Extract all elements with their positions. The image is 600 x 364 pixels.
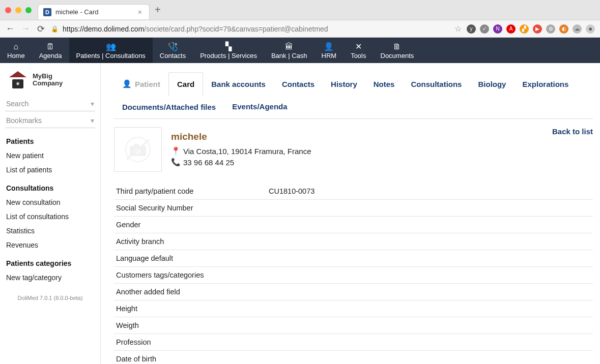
tab-contacts[interactable]: Contacts	[274, 73, 323, 96]
tab-consultations[interactable]: Consultations	[403, 73, 470, 96]
field-value	[267, 200, 593, 217]
table-row: Third party/patient codeCU1810-0073	[114, 183, 593, 200]
back-button[interactable]: ←	[5, 23, 15, 34]
field-value	[267, 300, 593, 317]
tab-history[interactable]: History	[323, 73, 365, 96]
tab-label: Patient	[135, 80, 160, 88]
patients-consultations-icon: 👥	[106, 43, 116, 51]
tab-card[interactable]: Card	[168, 72, 203, 96]
extension-icon[interactable]: N	[493, 24, 502, 34]
patient-name: michele	[171, 131, 543, 142]
appbar-item-label: Products | Services	[200, 52, 257, 59]
tab-biology[interactable]: Biology	[470, 73, 514, 96]
back-to-list-link[interactable]: Back to list	[552, 127, 593, 136]
app-top-menu: ⌂Home🗓Agenda👥Patients | Consultations🩺Co…	[0, 38, 600, 63]
tab-bank-accounts[interactable]: Bank accounts	[203, 73, 274, 96]
close-window-button[interactable]	[5, 7, 11, 13]
table-row: Gender	[114, 217, 593, 233]
company-logo[interactable]: ✶ MyBig Company	[4, 68, 96, 96]
chevron-down-icon: ▾	[91, 100, 94, 108]
field-label: Another added field	[114, 284, 267, 300]
tab-patient[interactable]: 👤Patient	[114, 72, 168, 96]
sidebar-link-new-patient[interactable]: New patient	[4, 148, 96, 163]
field-label: Social Security Number	[114, 200, 267, 217]
table-row: Date of birth	[114, 351, 593, 365]
patient-avatar-placeholder[interactable]	[114, 127, 162, 172]
new-tab-button[interactable]: +	[155, 4, 161, 16]
tools-icon: ✕	[355, 43, 362, 51]
search-dropdown[interactable]: Search ▾	[5, 97, 95, 111]
field-value	[267, 233, 593, 250]
patient-tabs: 👤PatientCardBank accountsContactsHistory…	[114, 72, 593, 119]
sidebar-link-new-tag-category[interactable]: New tag/category	[4, 270, 96, 285]
table-row: Customers tags/categories	[114, 267, 593, 284]
extension-icon[interactable]: ▶	[533, 24, 542, 34]
bank-cash-icon: 🏛	[285, 43, 293, 51]
table-row: Another added field	[114, 284, 593, 300]
field-value	[267, 317, 593, 334]
search-placeholder: Search	[6, 100, 28, 108]
bookmark-star-icon[interactable]: ☆	[454, 24, 462, 34]
extension-icon[interactable]: A	[506, 24, 516, 34]
extension-icon[interactable]: y	[467, 24, 476, 34]
contacts-icon: 🩺	[168, 43, 178, 51]
field-value	[267, 334, 593, 351]
appbar-item-contacts[interactable]: 🩺Contacts	[153, 38, 193, 63]
tab-explorations[interactable]: Explorations	[514, 73, 577, 96]
minimize-window-button[interactable]	[15, 7, 21, 13]
sidebar-link-list-of-consultations[interactable]: List of consultations	[4, 209, 96, 224]
appbar-item-documents[interactable]: 🗎Documents	[374, 38, 421, 63]
tab-notes[interactable]: Notes	[365, 73, 403, 96]
appbar-item-home[interactable]: ⌂Home	[0, 38, 32, 63]
field-label: Weigth	[114, 317, 267, 334]
appbar-item-bank-cash[interactable]: 🏛Bank | Cash	[264, 38, 315, 63]
sidebar-section-title: Patients categories	[4, 252, 96, 270]
appbar-item-label: Patients | Consultations	[76, 52, 146, 59]
appbar-item-label: Tools	[351, 52, 366, 59]
appbar-item-agenda[interactable]: 🗓Agenda	[32, 38, 69, 63]
field-label: Date of birth	[114, 351, 267, 365]
map-pin-icon: 📍	[171, 146, 179, 156]
forward-button[interactable]: →	[20, 23, 31, 34]
address-bar[interactable]: 🔒 https://demo.dolimed.com/societe/card.…	[51, 25, 449, 33]
extension-icon[interactable]: ☁	[573, 24, 582, 34]
appbar-item-hrm[interactable]: 👤HRM	[315, 38, 344, 63]
patient-header: michele 📍 Via Costa,10, 19014 Framura, F…	[114, 127, 593, 172]
extension-icon[interactable]: ■	[586, 24, 595, 34]
home-icon: ⌂	[14, 43, 19, 51]
sidebar-link-statistics[interactable]: Statistics	[4, 224, 96, 238]
tab-documents-attached-files[interactable]: Documents/Attached files	[114, 96, 224, 118]
maximize-window-button[interactable]	[25, 7, 32, 13]
browser-tab[interactable]: D michele - Card ×	[38, 4, 150, 19]
close-tab-button[interactable]: ×	[138, 8, 142, 16]
appbar-item-label: Documents	[381, 52, 414, 59]
bookmarks-dropdown[interactable]: Bookmarks ▾	[5, 113, 95, 128]
appbar-item-products-services[interactable]: ▚Products | Services	[193, 38, 264, 63]
products-services-icon: ▚	[225, 43, 232, 51]
field-label: Gender	[114, 217, 267, 233]
extension-icon[interactable]: ▞	[520, 24, 529, 34]
extension-icon[interactable]: ◐	[559, 24, 568, 34]
agenda-icon: 🗓	[46, 43, 54, 51]
patient-fields-table: Third party/patient codeCU1810-0073Socia…	[114, 183, 593, 364]
appbar-item-tools[interactable]: ✕Tools	[344, 38, 373, 63]
sidebar-link-new-consultation[interactable]: New consultation	[4, 195, 96, 209]
sidebar-section-title: Patients	[4, 130, 96, 148]
tab-events-agenda[interactable]: Events/Agenda	[224, 97, 295, 117]
hrm-icon: 👤	[324, 43, 334, 51]
field-value	[267, 284, 593, 300]
reload-button[interactable]: ⟳	[36, 23, 46, 35]
sidebar: ✶ MyBig Company Search ▾ Bookmarks ▾ Pat…	[0, 63, 101, 364]
extension-icon[interactable]: ⚙	[546, 24, 555, 34]
extension-icon[interactable]: ✓	[480, 24, 489, 34]
sidebar-link-list-of-patients[interactable]: List of patients	[4, 163, 96, 177]
field-label: Height	[114, 300, 267, 317]
sidebar-link-revenues[interactable]: Revenues	[4, 238, 96, 252]
chevron-down-icon: ▾	[91, 116, 94, 125]
appbar-item-patients-consultations[interactable]: 👥Patients | Consultations	[69, 38, 153, 63]
lock-icon: 🔒	[51, 25, 59, 33]
patient-phone: 33 96 68 44 25	[183, 158, 234, 167]
patient-address: Via Costa,10, 19014 Framura, France	[183, 147, 311, 156]
tab-title: michele - Card	[55, 8, 134, 16]
field-label: Customers tags/categories	[114, 267, 267, 284]
